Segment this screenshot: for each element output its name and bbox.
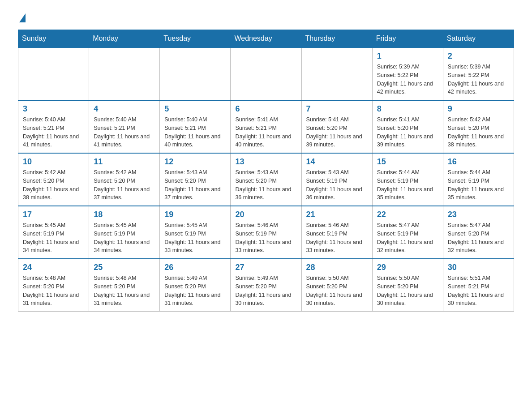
day-info: Sunrise: 5:42 AMSunset: 5:20 PMDaylight:… (94, 168, 155, 202)
day-info: Sunrise: 5:50 AMSunset: 5:20 PMDaylight:… (377, 274, 438, 308)
day-info: Sunrise: 5:40 AMSunset: 5:21 PMDaylight:… (94, 116, 155, 149)
day-number: 4 (94, 104, 155, 114)
col-wednesday: Wednesday (231, 30, 301, 48)
week-row-3: 10Sunrise: 5:42 AMSunset: 5:20 PMDayligh… (18, 153, 514, 206)
calendar-cell: 26Sunrise: 5:49 AMSunset: 5:20 PMDayligh… (160, 259, 231, 312)
day-info: Sunrise: 5:41 AMSunset: 5:21 PMDaylight:… (235, 116, 296, 149)
day-number: 2 (448, 51, 509, 61)
calendar-cell: 20Sunrise: 5:46 AMSunset: 5:19 PMDayligh… (231, 206, 301, 259)
day-number: 17 (23, 210, 84, 219)
day-info: Sunrise: 5:47 AMSunset: 5:19 PMDaylight:… (377, 221, 438, 255)
day-info: Sunrise: 5:39 AMSunset: 5:22 PMDaylight:… (448, 63, 509, 96)
logo-triangle-icon (19, 13, 26, 22)
calendar-table: Sunday Monday Tuesday Wednesday Thursday… (18, 30, 514, 312)
day-number: 16 (448, 157, 509, 167)
day-number: 18 (94, 210, 155, 219)
calendar-cell: 10Sunrise: 5:42 AMSunset: 5:20 PMDayligh… (18, 153, 89, 206)
day-number: 11 (94, 157, 155, 167)
calendar-cell: 9Sunrise: 5:42 AMSunset: 5:20 PMDaylight… (443, 100, 514, 153)
calendar-cell: 27Sunrise: 5:49 AMSunset: 5:20 PMDayligh… (231, 259, 301, 312)
calendar-cell (301, 47, 372, 100)
day-number: 8 (377, 104, 438, 114)
calendar-cell: 2Sunrise: 5:39 AMSunset: 5:22 PMDaylight… (443, 47, 514, 100)
day-number: 1 (377, 51, 438, 61)
day-info: Sunrise: 5:45 AMSunset: 5:19 PMDaylight:… (164, 221, 226, 255)
day-number: 14 (306, 157, 368, 167)
calendar-header-row: Sunday Monday Tuesday Wednesday Thursday… (18, 30, 514, 48)
day-number: 23 (448, 210, 509, 219)
day-number: 10 (23, 157, 84, 167)
calendar-cell: 13Sunrise: 5:43 AMSunset: 5:20 PMDayligh… (231, 153, 301, 206)
calendar-cell: 17Sunrise: 5:45 AMSunset: 5:19 PMDayligh… (18, 206, 89, 259)
day-info: Sunrise: 5:44 AMSunset: 5:19 PMDaylight:… (448, 168, 509, 202)
day-number: 19 (164, 210, 226, 219)
page-header (18, 13, 514, 21)
day-number: 13 (235, 157, 296, 167)
day-info: Sunrise: 5:51 AMSunset: 5:21 PMDaylight:… (448, 274, 509, 308)
day-info: Sunrise: 5:48 AMSunset: 5:20 PMDaylight:… (94, 274, 155, 308)
day-info: Sunrise: 5:49 AMSunset: 5:20 PMDaylight:… (164, 274, 226, 308)
day-number: 12 (164, 157, 226, 167)
day-info: Sunrise: 5:41 AMSunset: 5:20 PMDaylight:… (306, 116, 368, 149)
week-row-1: 1Sunrise: 5:39 AMSunset: 5:22 PMDaylight… (18, 47, 514, 100)
day-number: 15 (377, 157, 438, 167)
week-row-5: 24Sunrise: 5:48 AMSunset: 5:20 PMDayligh… (18, 259, 514, 312)
day-info: Sunrise: 5:43 AMSunset: 5:20 PMDaylight:… (235, 168, 296, 202)
calendar-cell: 4Sunrise: 5:40 AMSunset: 5:21 PMDaylight… (89, 100, 160, 153)
calendar-cell: 15Sunrise: 5:44 AMSunset: 5:19 PMDayligh… (372, 153, 443, 206)
col-saturday: Saturday (443, 30, 514, 48)
calendar-cell: 25Sunrise: 5:48 AMSunset: 5:20 PMDayligh… (89, 259, 160, 312)
calendar-cell: 30Sunrise: 5:51 AMSunset: 5:21 PMDayligh… (443, 259, 514, 312)
calendar-cell: 6Sunrise: 5:41 AMSunset: 5:21 PMDaylight… (231, 100, 301, 153)
day-info: Sunrise: 5:43 AMSunset: 5:19 PMDaylight:… (306, 168, 368, 202)
calendar-cell: 16Sunrise: 5:44 AMSunset: 5:19 PMDayligh… (443, 153, 514, 206)
day-number: 3 (23, 104, 84, 114)
week-row-2: 3Sunrise: 5:40 AMSunset: 5:21 PMDaylight… (18, 100, 514, 153)
day-number: 22 (377, 210, 438, 219)
day-number: 20 (235, 210, 296, 219)
calendar-cell: 11Sunrise: 5:42 AMSunset: 5:20 PMDayligh… (89, 153, 160, 206)
day-number: 28 (306, 263, 368, 272)
calendar-cell: 23Sunrise: 5:47 AMSunset: 5:20 PMDayligh… (443, 206, 514, 259)
calendar-cell: 14Sunrise: 5:43 AMSunset: 5:19 PMDayligh… (301, 153, 372, 206)
calendar-cell: 29Sunrise: 5:50 AMSunset: 5:20 PMDayligh… (372, 259, 443, 312)
day-info: Sunrise: 5:42 AMSunset: 5:20 PMDaylight:… (448, 116, 509, 149)
calendar-cell (160, 47, 231, 100)
calendar-cell (18, 47, 89, 100)
day-number: 24 (23, 263, 84, 272)
day-number: 29 (377, 263, 438, 272)
calendar-cell: 22Sunrise: 5:47 AMSunset: 5:19 PMDayligh… (372, 206, 443, 259)
day-number: 26 (164, 263, 226, 272)
day-info: Sunrise: 5:48 AMSunset: 5:20 PMDaylight:… (23, 274, 84, 308)
col-friday: Friday (372, 30, 443, 48)
day-number: 30 (448, 263, 509, 272)
col-thursday: Thursday (301, 30, 372, 48)
calendar-cell (89, 47, 160, 100)
calendar-cell: 18Sunrise: 5:45 AMSunset: 5:19 PMDayligh… (89, 206, 160, 259)
calendar-cell: 5Sunrise: 5:40 AMSunset: 5:21 PMDaylight… (160, 100, 231, 153)
day-info: Sunrise: 5:41 AMSunset: 5:20 PMDaylight:… (377, 116, 438, 149)
calendar-cell: 21Sunrise: 5:46 AMSunset: 5:19 PMDayligh… (301, 206, 372, 259)
day-info: Sunrise: 5:40 AMSunset: 5:21 PMDaylight:… (164, 116, 226, 149)
calendar-cell (231, 47, 301, 100)
day-number: 5 (164, 104, 226, 114)
calendar-cell: 28Sunrise: 5:50 AMSunset: 5:20 PMDayligh… (301, 259, 372, 312)
day-info: Sunrise: 5:50 AMSunset: 5:20 PMDaylight:… (306, 274, 368, 308)
day-info: Sunrise: 5:44 AMSunset: 5:19 PMDaylight:… (377, 168, 438, 202)
calendar-cell: 1Sunrise: 5:39 AMSunset: 5:22 PMDaylight… (372, 47, 443, 100)
day-number: 9 (448, 104, 509, 114)
day-number: 6 (235, 104, 296, 114)
col-sunday: Sunday (18, 30, 89, 48)
day-info: Sunrise: 5:46 AMSunset: 5:19 PMDaylight:… (235, 221, 296, 255)
week-row-4: 17Sunrise: 5:45 AMSunset: 5:19 PMDayligh… (18, 206, 514, 259)
day-info: Sunrise: 5:39 AMSunset: 5:22 PMDaylight:… (377, 63, 438, 96)
day-info: Sunrise: 5:47 AMSunset: 5:20 PMDaylight:… (448, 221, 509, 255)
calendar-cell: 7Sunrise: 5:41 AMSunset: 5:20 PMDaylight… (301, 100, 372, 153)
day-info: Sunrise: 5:45 AMSunset: 5:19 PMDaylight:… (23, 221, 84, 255)
day-number: 27 (235, 263, 296, 272)
day-info: Sunrise: 5:46 AMSunset: 5:19 PMDaylight:… (306, 221, 368, 255)
calendar-cell: 3Sunrise: 5:40 AMSunset: 5:21 PMDaylight… (18, 100, 89, 153)
logo (18, 13, 26, 21)
day-info: Sunrise: 5:42 AMSunset: 5:20 PMDaylight:… (23, 168, 84, 202)
day-number: 21 (306, 210, 368, 219)
